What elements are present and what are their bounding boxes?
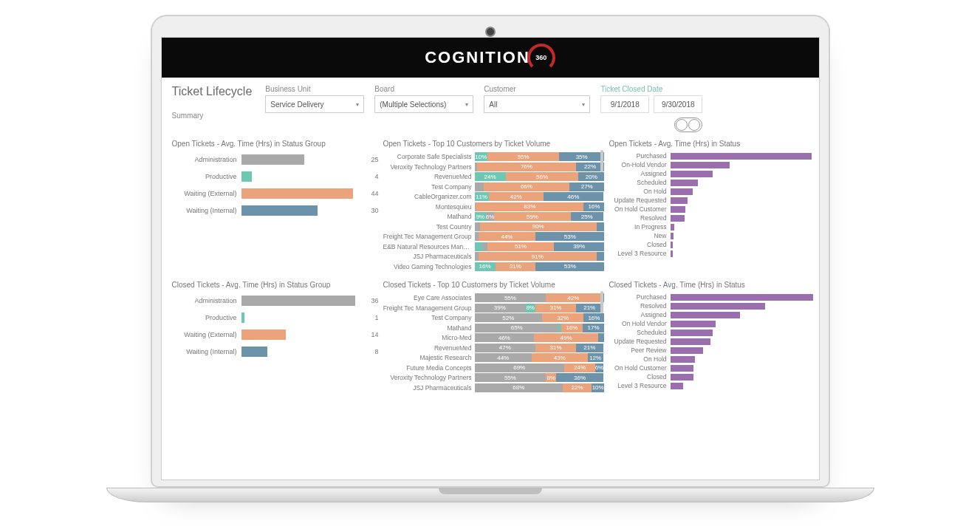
bar-segment[interactable]: 59% <box>494 212 571 221</box>
bar-fill[interactable] <box>671 356 696 363</box>
bar-segment[interactable]: 56% <box>506 172 579 181</box>
bar-fill[interactable] <box>671 303 766 310</box>
bar-fill[interactable] <box>671 153 812 160</box>
bar-segment[interactable]: 49% <box>534 333 597 342</box>
scrollbar[interactable] <box>600 291 603 313</box>
bar-fill[interactable] <box>671 224 674 231</box>
bar-segment[interactable]: 51% <box>487 242 554 251</box>
bar-fill[interactable] <box>671 374 693 380</box>
bar-segment[interactable]: 44% <box>475 353 532 362</box>
bar-segment[interactable]: 31% <box>535 304 576 313</box>
bar-fill[interactable] <box>671 171 713 177</box>
bar-fill[interactable] <box>671 383 683 389</box>
bar-segment[interactable]: 27% <box>569 182 605 191</box>
bar-segment[interactable]: 6% <box>595 364 603 372</box>
bar-segment[interactable]: 20% <box>578 172 604 181</box>
bar-segment[interactable]: 53% <box>535 232 604 241</box>
bar-segment[interactable]: 9% <box>475 212 487 221</box>
bar-segment[interactable]: 10% <box>475 152 488 161</box>
bar-segment[interactable]: 35% <box>559 152 605 161</box>
customer-select[interactable]: All ▾ <box>484 95 590 113</box>
bar-segment[interactable]: 39% <box>475 304 526 313</box>
bar-segment[interactable]: 10% <box>592 383 605 392</box>
bar-fill[interactable] <box>241 188 353 199</box>
bar-segment[interactable]: 24% <box>564 364 595 372</box>
bar-segment[interactable]: 16% <box>561 324 582 332</box>
bar-segment[interactable]: 36% <box>556 373 603 382</box>
bar-segment[interactable]: 16% <box>475 262 496 271</box>
board-select[interactable]: (Multiple Selections) ▾ <box>374 95 473 113</box>
bar-segment[interactable]: 43% <box>532 353 588 362</box>
bar-segment[interactable]: 25% <box>571 212 603 221</box>
bar-segment[interactable] <box>482 242 487 251</box>
bar-fill[interactable] <box>241 154 305 165</box>
bar-segment[interactable]: 46% <box>544 192 603 201</box>
bar-fill[interactable] <box>671 250 674 257</box>
bar-fill[interactable] <box>671 312 741 318</box>
bar-segment[interactable]: 22% <box>563 383 592 392</box>
bar-fill[interactable] <box>671 233 674 239</box>
bar-segment[interactable]: 8% <box>525 304 535 313</box>
bar-fill[interactable] <box>671 242 674 248</box>
bar-segment[interactable]: 90% <box>480 222 597 231</box>
bar-fill[interactable] <box>671 321 716 327</box>
bar-segment[interactable]: 55% <box>475 373 546 382</box>
bar-segment[interactable]: 8% <box>546 373 556 382</box>
scrollbar[interactable] <box>600 150 603 172</box>
bar-segment[interactable]: 47% <box>475 344 536 352</box>
bar-fill[interactable] <box>671 365 693 372</box>
business-unit-select[interactable]: Service Delivery ▾ <box>265 95 364 113</box>
bar-segment[interactable]: 44% <box>479 232 535 241</box>
bar-fill[interactable] <box>671 206 685 213</box>
bar-fill[interactable] <box>241 313 244 323</box>
bar-fill[interactable] <box>671 162 730 168</box>
bar-segment[interactable]: 39% <box>554 242 605 251</box>
bar-segment[interactable]: 76% <box>477 163 576 171</box>
bar-segment[interactable]: 21% <box>576 344 603 352</box>
bar-segment[interactable]: 31% <box>496 262 536 271</box>
bar-fill[interactable] <box>671 188 693 195</box>
bar-segment[interactable]: 6% <box>486 212 494 221</box>
bar-fill[interactable] <box>671 180 698 186</box>
bar-segment[interactable] <box>597 252 605 261</box>
bar-segment[interactable] <box>475 242 483 251</box>
bar-segment[interactable]: 83% <box>476 202 583 211</box>
bar-fill[interactable] <box>671 338 710 345</box>
bar-segment[interactable] <box>475 182 484 191</box>
bar-segment[interactable]: 17% <box>583 324 605 332</box>
bar-segment[interactable]: 24% <box>475 172 506 181</box>
bar-fill[interactable] <box>241 347 267 357</box>
bar-segment[interactable]: 11% <box>475 192 489 201</box>
date-toggle[interactable] <box>674 117 702 132</box>
bar-segment[interactable]: 16% <box>583 313 604 322</box>
bar-segment[interactable]: 31% <box>535 344 576 352</box>
bar-segment[interactable]: 55% <box>487 152 559 161</box>
bar-segment[interactable] <box>475 222 480 231</box>
bar-segment[interactable] <box>598 333 605 342</box>
date-from-input[interactable]: 9/1/2018 <box>600 95 649 113</box>
bar-segment[interactable]: 68% <box>475 383 563 392</box>
bar-segment[interactable]: 21% <box>576 304 603 313</box>
bar-segment[interactable]: 69% <box>475 364 564 372</box>
bar-segment[interactable]: 32% <box>542 313 583 322</box>
bar-segment[interactable]: 12% <box>588 353 603 362</box>
bar-segment[interactable]: 42% <box>489 192 544 201</box>
bar-fill[interactable] <box>671 197 688 204</box>
bar-segment[interactable] <box>597 222 605 231</box>
bar-fill[interactable] <box>241 296 356 306</box>
bar-fill[interactable] <box>241 171 252 182</box>
date-to-input[interactable]: 9/30/2018 <box>654 95 702 113</box>
bar-segment[interactable]: 65% <box>475 324 559 332</box>
bar-fill[interactable] <box>671 294 813 301</box>
bar-segment[interactable]: 91% <box>479 252 597 261</box>
bar-fill[interactable] <box>671 215 685 222</box>
bar-segment[interactable]: 46% <box>475 333 535 342</box>
bar-fill[interactable] <box>671 347 703 354</box>
bar-segment[interactable]: 42% <box>546 293 600 302</box>
bar-segment[interactable]: 53% <box>535 262 604 271</box>
bar-fill[interactable] <box>671 330 713 336</box>
bar-segment[interactable]: 16% <box>583 202 604 211</box>
bar-segment[interactable]: 66% <box>484 182 569 191</box>
bar-fill[interactable] <box>241 205 318 216</box>
bar-segment[interactable]: 55% <box>475 293 546 302</box>
